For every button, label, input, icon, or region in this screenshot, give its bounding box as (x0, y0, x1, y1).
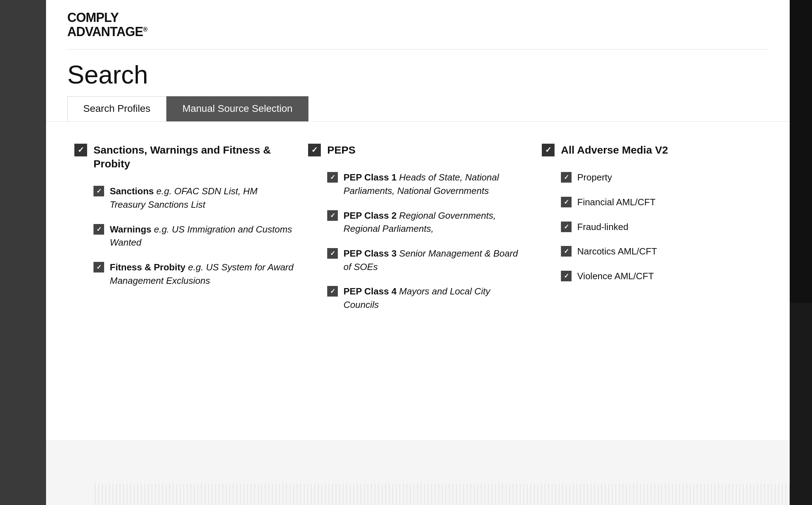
peps-sub-checkbox-2[interactable] (327, 248, 338, 259)
peps-header: PEPS (308, 143, 528, 157)
bottom-decoration (92, 484, 790, 505)
adverse-sub-label-3: Narcotics AML/CFT (577, 245, 657, 258)
adverse-media-title: All Adverse Media V2 (561, 143, 668, 157)
sanctions-sub-checkbox-0[interactable] (93, 186, 104, 196)
logo-line2: ADVANTAGE (67, 24, 143, 39)
header: COMPLY ADVANTAGE® Search Search Profiles… (46, 0, 790, 122)
list-item: Property (561, 171, 761, 184)
peps-sub-checkbox-0[interactable] (327, 172, 338, 183)
logo: COMPLY ADVANTAGE® (67, 11, 768, 50)
col-adverse-media: All Adverse Media V2 Property Financial … (542, 143, 761, 323)
adverse-media-header: All Adverse Media V2 (542, 143, 761, 157)
tabs-row: Search Profiles Manual Source Selection (67, 96, 768, 121)
peps-checkbox[interactable] (308, 144, 321, 156)
peps-sub-label-1: PEP Class 2 Regional Governments, Region… (343, 209, 528, 236)
adverse-media-sub-items: Property Financial AML/CFT Fraud-linked … (561, 171, 761, 283)
logo-line1: COMPLY (67, 10, 119, 25)
sanctions-sub-label-1: Warnings e.g. US Immigration and Customs… (110, 223, 294, 249)
tab-manual-source-selection[interactable]: Manual Source Selection (166, 96, 308, 121)
list-item: PEP Class 2 Regional Governments, Region… (327, 209, 528, 236)
content-area: Sanctions, Warnings and Fitness & Probit… (46, 122, 790, 440)
list-item: PEP Class 1 Heads of State, National Par… (327, 171, 528, 197)
list-item: PEP Class 4 Mayors and Local City Counci… (327, 285, 528, 311)
list-item: Fitness & Probity e.g. US System for Awa… (93, 261, 294, 287)
sanctions-sub-checkbox-2[interactable] (93, 262, 104, 272)
adverse-sub-checkbox-3[interactable] (561, 246, 572, 257)
peps-sub-label-0: PEP Class 1 Heads of State, National Par… (343, 171, 528, 197)
sidebar-dark (0, 0, 46, 505)
list-item: Warnings e.g. US Immigration and Customs… (93, 223, 294, 249)
list-item: Fraud-linked (561, 220, 761, 234)
logo-reg: ® (143, 26, 147, 33)
adverse-sub-checkbox-2[interactable] (561, 222, 572, 232)
adverse-sub-label-1: Financial AML/CFT (577, 196, 655, 209)
adverse-sub-checkbox-4[interactable] (561, 271, 572, 281)
peps-sub-label-2: PEP Class 3 Senior Management & Board of… (343, 247, 528, 274)
main-card: COMPLY ADVANTAGE® Search Search Profiles… (46, 0, 790, 505)
list-item: Violence AML/CFT (561, 270, 761, 283)
col-peps: PEPS PEP Class 1 Heads of State, Nationa… (308, 143, 542, 323)
tab-search-profiles[interactable]: Search Profiles (67, 96, 166, 121)
sanctions-sub-label-2: Fitness & Probity e.g. US System for Awa… (110, 261, 294, 287)
col-sanctions: Sanctions, Warnings and Fitness & Probit… (74, 143, 308, 323)
columns: Sanctions, Warnings and Fitness & Probit… (74, 143, 761, 323)
list-item: PEP Class 3 Senior Management & Board of… (327, 247, 528, 274)
sanctions-checkbox[interactable] (74, 144, 87, 156)
peps-sub-items: PEP Class 1 Heads of State, National Par… (327, 171, 528, 312)
sanctions-header: Sanctions, Warnings and Fitness & Probit… (74, 143, 294, 171)
peps-sub-label-3: PEP Class 4 Mayors and Local City Counci… (343, 285, 528, 311)
adverse-sub-label-0: Property (577, 171, 612, 184)
peps-sub-checkbox-1[interactable] (327, 210, 338, 221)
sanctions-sub-label-0: Sanctions e.g. OFAC SDN List, HM Treasur… (110, 185, 294, 211)
page-title: Search (67, 50, 768, 96)
list-item: Financial AML/CFT (561, 196, 761, 209)
list-item: Sanctions e.g. OFAC SDN List, HM Treasur… (93, 185, 294, 211)
sanctions-sub-checkbox-1[interactable] (93, 224, 104, 235)
sanctions-title: Sanctions, Warnings and Fitness & Probit… (93, 143, 294, 171)
adverse-sub-checkbox-1[interactable] (561, 197, 572, 207)
adverse-sub-label-2: Fraud-linked (577, 220, 629, 234)
list-item: Narcotics AML/CFT (561, 245, 761, 258)
adverse-media-checkbox[interactable] (542, 144, 555, 156)
adverse-sub-label-4: Violence AML/CFT (577, 270, 654, 283)
peps-title: PEPS (327, 143, 356, 157)
adverse-sub-checkbox-0[interactable] (561, 172, 572, 183)
sanctions-sub-items: Sanctions e.g. OFAC SDN List, HM Treasur… (93, 185, 294, 287)
peps-sub-checkbox-3[interactable] (327, 286, 338, 297)
